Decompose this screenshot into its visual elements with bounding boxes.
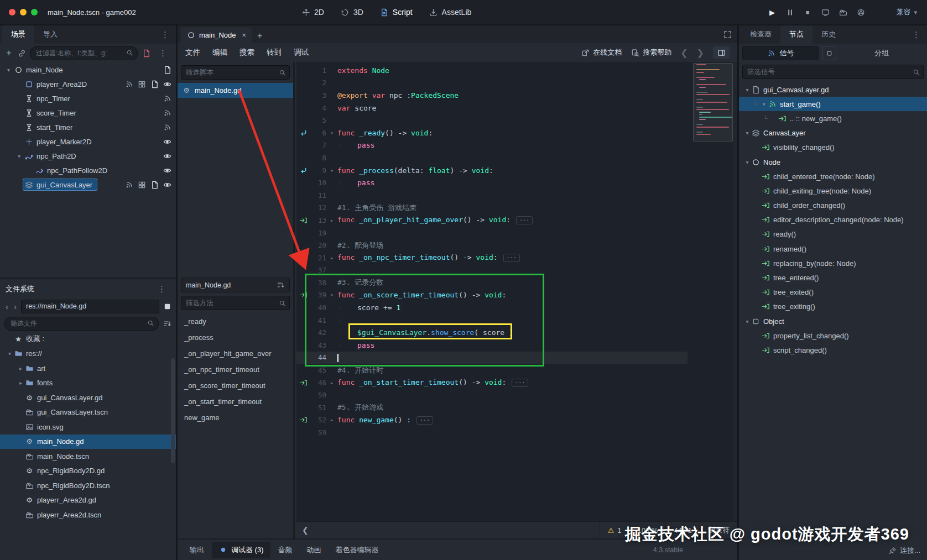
code-line-9[interactable]: 9 ▾ func _process(delta: float) -> void: — [296, 164, 688, 177]
signal-row-property_list_changed()[interactable]: property_list_changed() — [739, 328, 927, 343]
collapse-panel-icon[interactable]: ❮ — [296, 526, 314, 535]
signal-filter-input[interactable] — [742, 65, 924, 79]
scene-node-gui_CanvasLayer[interactable]: gui_CanvasLayer — [0, 177, 176, 192]
code-line-50[interactable]: 50 — [296, 389, 688, 401]
signal-row-child_exiting_tree(node: Node)[interactable]: child_exiting_tree(node: Node) — [739, 184, 927, 198]
expander-icon[interactable]: ▾ — [743, 318, 751, 325]
file-res://[interactable]: ▾ res:// — [0, 347, 176, 362]
code-line-19[interactable]: 19 — [296, 227, 688, 239]
signal-row-gui_CanvasLayer.gd[interactable]: ▾ gui_CanvasLayer.gd — [739, 82, 927, 97]
signal-row-replacing_by(node: Node)[interactable]: replacing_by(node: Node) — [739, 256, 927, 270]
kebab-menu-icon[interactable]: ⋮ — [153, 284, 170, 294]
scene-node-playerr_Area2D[interactable]: playerr_Area2D — [0, 77, 176, 91]
back-icon[interactable]: ‹ — [4, 302, 9, 311]
tab-groups[interactable]: 分组 — [840, 46, 924, 60]
signal-pin-button[interactable] — [822, 46, 836, 60]
file-icon.svg[interactable]: icon.svg — [0, 420, 176, 435]
node-dock-tab-检查器[interactable]: 检查器 — [741, 25, 780, 44]
scene-node-score_Timer[interactable]: score_Timer — [0, 106, 176, 120]
expander-icon[interactable]: ▾ — [760, 101, 768, 107]
play-icon[interactable]: ▶ — [768, 8, 777, 17]
menu-搜索[interactable]: 搜索 — [239, 48, 254, 57]
fold-icon[interactable]: ▸ — [326, 255, 337, 261]
code-line-5[interactable]: 5 — [296, 114, 688, 127]
script-icon[interactable] — [150, 80, 159, 88]
node-dock-tab-节点[interactable]: 节点 — [780, 25, 813, 44]
scrollbar-track[interactable] — [733, 62, 737, 521]
code-line-7[interactable]: 7 ›pass — [296, 139, 688, 152]
file-npc_RigidBody2D.gd[interactable]: ⚙ npc_RigidBody2D.gd — [0, 464, 176, 479]
code-line-52[interactable]: 52 ▸ func new_game() :··· — [296, 414, 688, 427]
sort-icon[interactable] — [276, 281, 285, 290]
expander-icon[interactable]: ▾ — [743, 159, 751, 165]
expander-icon[interactable]: ▾ — [6, 350, 14, 357]
add-node-button[interactable]: + — [4, 49, 13, 57]
scene-filter-input[interactable] — [30, 46, 138, 60]
file-fonts[interactable]: ▸ fonts — [0, 376, 176, 391]
new-script-tab-button[interactable]: + — [252, 29, 268, 43]
history-back-icon[interactable]: ❮ — [680, 48, 688, 58]
code-line-6[interactable]: 6 ▾ func _ready() -> void: — [296, 127, 688, 139]
movie-mode-icon[interactable] — [856, 8, 865, 17]
signal-row-start_game()[interactable]: └ ▾ start_game() — [739, 97, 927, 111]
folded-code-chip[interactable]: ··· — [516, 216, 533, 224]
file-gui_CanvasLayer.gd[interactable]: ⚙ gui_CanvasLayer.gd — [0, 390, 176, 405]
scene-node-npc_Timer[interactable]: npc_Timer — [0, 91, 176, 106]
fold-icon[interactable]: ▸ — [326, 380, 337, 386]
method-_ready[interactable]: _ready — [178, 313, 293, 329]
file-npc_RigidBody2D.tscn[interactable]: npc_RigidBody2D.tscn — [0, 478, 176, 493]
menu-调试[interactable]: 调试 — [294, 48, 309, 57]
attach-script-button[interactable] — [142, 49, 150, 57]
eye-icon[interactable] — [163, 166, 171, 175]
fold-icon[interactable]: ▾ — [326, 168, 337, 174]
signal-icon[interactable] — [124, 180, 133, 189]
close-icon[interactable]: × — [242, 31, 247, 39]
workspace-script[interactable]: Script — [380, 8, 413, 17]
fold-icon[interactable]: ▾ — [326, 130, 337, 136]
bottom-tab-着色器编辑器[interactable]: 着色器编辑器 — [329, 542, 386, 558]
eye-icon[interactable] — [163, 137, 171, 146]
code-line-51[interactable]: 51 #5. 开始游戏 — [296, 401, 688, 414]
group-icon[interactable] — [137, 180, 146, 189]
script-item-main_Node.gd[interactable]: ⚙main_Node.gd — [178, 83, 293, 98]
fold-icon[interactable]: ▸ — [326, 217, 337, 223]
file-收藏 :[interactable]: ★ 收藏 : — [0, 332, 176, 347]
scene-node-npc_Path2D[interactable]: ▾ npc_Path2D — [0, 149, 176, 163]
signal-row-script_changed()[interactable]: script_changed() — [739, 343, 927, 357]
signal-row-Object[interactable]: ▾ Object — [739, 314, 927, 328]
bottom-tab-动画[interactable]: 动画 — [300, 542, 328, 558]
online-docs-link[interactable]: 在线文档 — [581, 48, 622, 57]
method-new_game[interactable]: new_game — [178, 410, 293, 426]
signal-row-editor_description_changed(node: Node)[interactable]: editor_description_changed(node: Node) — [739, 213, 927, 227]
eye-icon[interactable] — [163, 180, 171, 189]
eye-icon[interactable] — [163, 151, 171, 160]
script-icon[interactable] — [163, 65, 171, 74]
methods-filter-input[interactable] — [181, 296, 290, 310]
kebab-menu-icon[interactable]: ⋮ — [154, 48, 171, 58]
method-_on_npc_timer_timeout[interactable]: _on_npc_timer_timeout — [178, 362, 293, 378]
folded-code-chip[interactable]: ··· — [503, 254, 520, 262]
signal-icon[interactable] — [163, 108, 171, 117]
file-playerr_Area2d.gd[interactable]: ⚙ playerr_Area2d.gd — [0, 493, 176, 508]
expander-icon[interactable]: ▸ — [17, 380, 25, 386]
code-line-13[interactable]: 13 ▸ func _on_player_hit_game_over() -> … — [296, 214, 688, 227]
signal-row-renamed()[interactable]: renamed() — [739, 242, 927, 256]
file-playerr_Area2d.tscn[interactable]: playerr_Area2d.tscn — [0, 507, 176, 522]
file-main_Node.tscn[interactable]: main_Node.tscn — [0, 449, 176, 464]
split-mode-toggle-icon[interactable] — [163, 302, 171, 311]
scrollbar-thumb[interactable] — [171, 358, 175, 463]
scene-dock-tab-场景[interactable]: 场景 — [2, 25, 34, 44]
signal-row-ready()[interactable]: ready() — [739, 227, 927, 242]
kebab-menu-icon[interactable]: ⋮ — [157, 30, 174, 40]
file-filter-input[interactable] — [4, 317, 159, 331]
signal-row-tree_entered()[interactable]: tree_entered() — [739, 270, 927, 285]
search-help-link[interactable]: 搜索帮助 — [631, 48, 671, 57]
expander-icon[interactable]: ▾ — [15, 153, 23, 159]
expander-icon[interactable]: ▸ — [17, 365, 25, 371]
history-forward-icon[interactable]: ❯ — [697, 48, 704, 58]
method-_on_score_timer_timeout[interactable]: _on_score_timer_timeout — [178, 378, 293, 394]
workspace-2d[interactable]: 2D — [301, 8, 324, 17]
connect-button[interactable]: 连接... — [888, 546, 920, 556]
play-custom-icon[interactable] — [839, 8, 847, 17]
code-line-10[interactable]: 10 ›pass — [296, 176, 688, 189]
